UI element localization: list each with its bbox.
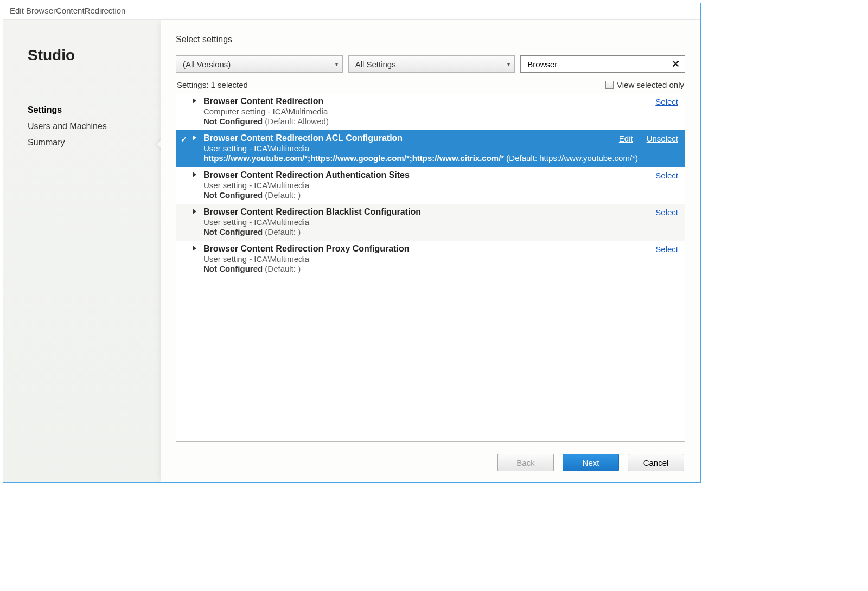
view-selected-only-label: View selected only xyxy=(617,80,684,89)
sidebar: Studio SettingsUsers and MachinesSummary xyxy=(3,20,161,482)
settings-list: Browser Content RedirectionComputer sett… xyxy=(176,93,685,442)
setting-status: Not Configured (Default: Allowed) xyxy=(203,117,679,126)
action-separator xyxy=(640,134,640,143)
setting-path: User setting - ICA\Multimedia xyxy=(203,181,679,190)
setting-row[interactable]: ✓Browser Content Redirection ACL Configu… xyxy=(176,130,685,167)
wizard-footer: Back Next Cancel xyxy=(176,442,685,471)
back-button[interactable]: Back xyxy=(497,454,554,471)
settings-count: 1 selected xyxy=(211,80,248,89)
select-link[interactable]: Select xyxy=(655,245,678,254)
chevron-down-icon: ▾ xyxy=(507,61,510,67)
scope-dropdown[interactable]: All Settings ▾ xyxy=(348,55,515,73)
setting-title: Browser Content Redirection Blacklist Co… xyxy=(203,207,679,217)
filter-row: (All Versions) ▾ All Settings ▾ ✕ xyxy=(176,55,685,73)
setting-path: User setting - ICA\Multimedia xyxy=(203,144,679,153)
setting-row[interactable]: Browser Content Redirection Blacklist Co… xyxy=(176,204,685,241)
body: Studio SettingsUsers and MachinesSummary… xyxy=(3,20,700,482)
expand-caret-icon[interactable] xyxy=(193,135,196,140)
app-name: Studio xyxy=(28,47,161,64)
sidebar-step[interactable]: Summary xyxy=(28,134,161,151)
expand-caret-icon[interactable] xyxy=(193,172,196,177)
setting-path: Computer setting - ICA\Multimedia xyxy=(203,107,679,116)
setting-row[interactable]: Browser Content Redirection Authenticati… xyxy=(176,167,685,204)
setting-row[interactable]: Browser Content Redirection Proxy Config… xyxy=(176,241,685,278)
setting-path: User setting - ICA\Multimedia xyxy=(203,217,679,227)
versions-dropdown-label: (All Versions) xyxy=(183,60,231,69)
edit-link[interactable]: Edit xyxy=(619,134,633,143)
row-actions: Select xyxy=(655,97,678,106)
select-link[interactable]: Select xyxy=(655,208,678,217)
dialog-window: Edit BrowserContentRedirection Studio Se… xyxy=(3,3,701,483)
check-icon: ✓ xyxy=(181,134,188,144)
row-actions: Select xyxy=(655,171,678,180)
versions-dropdown[interactable]: (All Versions) ▾ xyxy=(176,55,343,73)
expand-caret-icon[interactable] xyxy=(193,209,196,214)
row-actions: Select xyxy=(655,245,678,254)
sidebar-step[interactable]: Settings xyxy=(28,102,161,118)
search-box: ✕ xyxy=(520,55,685,73)
setting-title: Browser Content Redirection xyxy=(203,97,679,106)
next-button[interactable]: Next xyxy=(563,454,619,471)
clear-search-icon[interactable]: ✕ xyxy=(669,58,681,70)
settings-bar: Settings: 1 selected View selected only xyxy=(176,80,685,89)
checkbox-icon xyxy=(605,81,614,89)
window-title: Edit BrowserContentRedirection xyxy=(3,3,700,20)
scope-dropdown-label: All Settings xyxy=(355,60,396,69)
row-actions: EditUnselect xyxy=(619,134,678,143)
select-link[interactable]: Select xyxy=(655,97,678,106)
expand-caret-icon[interactable] xyxy=(193,246,196,251)
row-actions: Select xyxy=(655,208,678,217)
setting-status: Not Configured (Default: ) xyxy=(203,264,679,273)
search-input[interactable] xyxy=(526,59,669,69)
setting-status: Not Configured (Default: ) xyxy=(203,190,679,200)
section-title: Select settings xyxy=(176,35,685,44)
select-link[interactable]: Select xyxy=(655,171,678,180)
main-panel: Select settings (All Versions) ▾ All Set… xyxy=(161,20,700,482)
chevron-down-icon: ▾ xyxy=(335,61,338,67)
setting-title: Browser Content Redirection Proxy Config… xyxy=(203,244,679,254)
setting-status: https://www.youtube.com/*;https://www.go… xyxy=(203,153,679,163)
setting-title: Browser Content Redirection Authenticati… xyxy=(203,170,679,180)
expand-caret-icon[interactable] xyxy=(193,98,196,104)
unselect-link[interactable]: Unselect xyxy=(647,134,678,143)
cancel-button[interactable]: Cancel xyxy=(628,454,684,471)
setting-path: User setting - ICA\Multimedia xyxy=(203,254,679,264)
setting-status: Not Configured (Default: ) xyxy=(203,227,679,236)
setting-title: Browser Content Redirection ACL Configur… xyxy=(203,133,679,143)
view-selected-only-toggle[interactable]: View selected only xyxy=(605,80,684,89)
sidebar-step[interactable]: Users and Machines xyxy=(28,118,161,134)
setting-row[interactable]: Browser Content RedirectionComputer sett… xyxy=(176,93,685,130)
settings-label: Settings: xyxy=(177,80,208,89)
